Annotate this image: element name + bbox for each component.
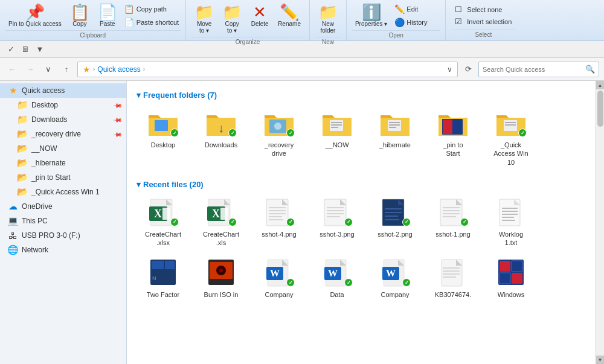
move-to-button[interactable]: 📁 Moveto ▾	[191, 2, 217, 36]
file-item-createchart-xls[interactable]: X CreateChart.xls	[194, 195, 248, 251]
search-box[interactable]: 🔍	[478, 62, 599, 77]
folder-icon: 📁	[17, 114, 28, 125]
scroll-down-button[interactable]: ▼	[596, 356, 605, 364]
address-bar: ← → ∨ ↑ ★ › Quick access › ∨ ⟳ 🔍	[0, 58, 604, 81]
new-folder-button[interactable]: 📁 Newfolder	[315, 2, 341, 36]
check-badge-sshot1	[460, 218, 469, 226]
folder-item-recovery[interactable]: _recoverydrive	[252, 106, 306, 170]
sshot3-label: sshot-3.png	[320, 230, 354, 238]
svg-rect-102	[512, 261, 522, 272]
content-area: ▾ Frequent folders (7) Desktop	[127, 81, 596, 364]
file-item-company-2[interactable]: W Company	[368, 255, 422, 302]
pin-to-quick-access-button[interactable]: 📌 Pin to Quick access	[5, 2, 65, 29]
copy-button[interactable]: 📋 Copy	[66, 2, 93, 29]
sidebar-item-quick-access-win[interactable]: 📂 _Quick Access Win 1	[10, 185, 126, 199]
sidebar-item-this-pc[interactable]: 💻 This PC	[0, 214, 126, 228]
svg-rect-75	[165, 261, 175, 269]
edit-button[interactable]: ✏️ Edit	[392, 3, 440, 15]
folder-item-pin-start[interactable]: _pin toStart	[426, 106, 480, 170]
new-group-label: New	[315, 37, 341, 45]
svg-rect-2	[155, 120, 168, 131]
sidebar-item-desktop[interactable]: 📁 Desktop 📌	[10, 98, 126, 112]
sidebar-item-quick-access[interactable]: ★ Quick access	[0, 83, 126, 98]
file-item-windows[interactable]: Windows	[484, 255, 538, 302]
paste-button[interactable]: 📄 Paste	[94, 2, 121, 29]
file-item-data[interactable]: W Data	[310, 255, 364, 302]
file-item-sshot4[interactable]: sshot-4.png	[252, 195, 306, 251]
forward-button[interactable]: →	[23, 62, 37, 77]
sidebar-network-label: Network	[22, 246, 48, 254]
copy-path-button[interactable]: 📋 Copy path	[122, 3, 181, 15]
invert-selection-button[interactable]: ☑ Invert selection	[453, 16, 513, 27]
recent-files-grid: X CreateChart.xlsx X	[137, 195, 586, 303]
scroll-up-button[interactable]: ▲	[596, 81, 605, 89]
svg-rect-35	[162, 208, 170, 220]
frequent-folders-section-header[interactable]: ▾ Frequent folders (7)	[137, 91, 586, 100]
sidebar-item-network[interactable]: 🌐 Network	[0, 243, 126, 257]
folder-item-hibernate[interactable]: _hibernate	[368, 106, 422, 170]
ribbon-group-open: ℹ️ Properties ▾ ✏️ Edit 🔵 History Open	[347, 0, 446, 40]
file-item-createchart-xlsx[interactable]: X CreateChart.xlsx	[137, 195, 190, 251]
sidebar-item-onedrive[interactable]: ☁ OneDrive	[0, 199, 126, 214]
file-item-company-1[interactable]: W Company	[252, 255, 306, 302]
kb-label: KB3074674.	[435, 290, 472, 299]
rename-button[interactable]: ✏️ Rename	[274, 2, 304, 29]
sidebar-item-downloads[interactable]: 📁 Downloads 📌	[10, 112, 126, 127]
sidebar-item-pin-to-start[interactable]: 📂 _pin to Start	[10, 170, 126, 185]
now-folder-svg	[321, 110, 353, 137]
scrollbar[interactable]: ▲ ▼	[596, 81, 604, 364]
refresh-button[interactable]: ⟳	[461, 63, 475, 76]
qat-undo[interactable]: 🗏	[19, 43, 31, 56]
search-input[interactable]	[483, 66, 583, 73]
scroll-thumb[interactable]	[597, 91, 603, 127]
createchart-xls-label: CreateChart.xls	[203, 230, 239, 247]
usb-icon: 🖧	[7, 230, 18, 241]
history-button[interactable]: 🔵 History	[392, 16, 440, 28]
path-dropdown-arrow[interactable]: ∨	[447, 65, 452, 74]
file-item-two-factor[interactable]: N Two Factor	[137, 255, 190, 302]
file-item-sshot3[interactable]: sshot-3.png	[310, 195, 364, 251]
onedrive-icon: ☁	[7, 201, 18, 212]
copy-to-button[interactable]: 📁 Copyto ▾	[219, 2, 245, 36]
svg-rect-28	[504, 120, 517, 131]
file-item-sshot2[interactable]: sshot-2.png	[368, 195, 422, 251]
sidebar-recovery-label: _recovery drive	[31, 130, 81, 138]
copy-to-label: Copyto ▾	[225, 21, 239, 34]
sidebar-item-hibernate[interactable]: 📂 _hibernate	[10, 156, 126, 170]
svg-rect-74	[152, 261, 164, 269]
folder-special-icon-3: 📂	[17, 158, 28, 168]
folder-item-desktop[interactable]: Desktop	[137, 106, 190, 170]
qat-dropdown[interactable]: ▼	[34, 43, 46, 56]
recent-locations-button[interactable]: ∨	[41, 62, 56, 77]
folder-item-quick-access-win10[interactable]: _QuickAccess Win10	[484, 106, 538, 170]
folder-item-now[interactable]: __NOW	[310, 106, 364, 170]
select-none-icon: ☐	[455, 5, 464, 14]
delete-button[interactable]: ✕ Delete	[246, 2, 273, 29]
sidebar-item-now[interactable]: 📂 __NOW	[10, 141, 126, 156]
recent-files-title: Recent files (20)	[143, 180, 204, 189]
svg-text:X: X	[212, 208, 220, 220]
scroll-track	[597, 89, 603, 356]
recent-files-section-header[interactable]: ▾ Recent files (20)	[137, 180, 586, 189]
downloads-folder-thumb: ↓	[204, 109, 238, 138]
paste-shortcut-button[interactable]: 📄 Paste shortcut	[122, 16, 181, 28]
file-item-burn-iso[interactable]: Burn ISO in	[194, 255, 248, 302]
sidebar-item-recovery[interactable]: 📂 _recovery drive 📌	[10, 127, 126, 141]
sidebar-item-usb[interactable]: 🖧 USB PRO 3-0 (F:)	[0, 228, 126, 243]
kb-svg	[439, 258, 467, 289]
file-item-sshot1[interactable]: sshot-1.png	[426, 195, 480, 251]
up-button[interactable]: ↑	[59, 62, 74, 77]
network-icon: 🌐	[7, 244, 18, 255]
sidebar-onedrive-label: OneDrive	[22, 202, 53, 211]
file-item-kb[interactable]: KB3074674.	[426, 255, 480, 302]
select-none-button[interactable]: ☐ Select none	[453, 4, 513, 15]
ribbon: 📌 Pin to Quick access 📋 Copy 📄 Paste 📋 C…	[0, 0, 604, 41]
company2-label: Company	[381, 290, 409, 299]
properties-button[interactable]: ℹ️ Properties ▾	[352, 2, 391, 29]
folder-item-downloads[interactable]: ↓ Downloads	[194, 106, 248, 170]
back-button[interactable]: ←	[5, 62, 19, 77]
qat-checkmark[interactable]: ✓	[5, 43, 17, 56]
address-path[interactable]: ★ › Quick access › ∨	[77, 62, 458, 77]
file-item-worklog[interactable]: Worklog1.txt	[484, 195, 538, 251]
svg-text:W: W	[328, 268, 338, 278]
